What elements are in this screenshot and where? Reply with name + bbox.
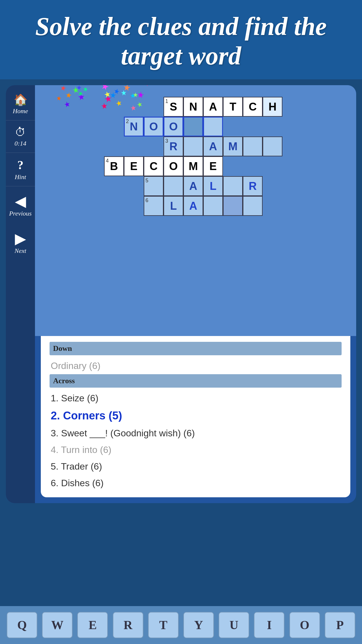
svg-marker-10 [78,94,85,100]
cell-2-4[interactable] [183,117,203,136]
cell-1-4[interactable]: T [223,97,243,117]
main-area: 1S N A T C H 2N O O 3R A [35,85,356,503]
svg-marker-6 [121,90,127,96]
next-arrow-icon: ▶ [15,230,26,247]
key-p[interactable]: P [325,612,355,638]
cell-5-1[interactable]: 5 [144,176,164,196]
clue-across-6[interactable]: 6. Dishes (6) [50,475,342,491]
clues-section: Down Ordinary (6) Across 1. Seize (6) 2.… [41,336,350,497]
cell-4-1[interactable]: 4B [104,156,124,176]
header-title: Solve the clues and find the target word [9,12,353,71]
cell-6-5[interactable] [223,196,243,216]
svg-marker-17 [57,96,61,101]
key-r[interactable]: R [113,612,143,638]
cell-2-5[interactable] [203,117,223,136]
hint-button[interactable]: ? Hint [6,153,35,186]
down-header: Down [50,342,342,355]
cell-4-2[interactable]: E [124,156,144,176]
cell-1-1[interactable]: 1S [164,97,183,117]
across-header: Across [50,374,342,388]
cell-5-6[interactable]: R [243,176,263,196]
cell-3-4[interactable]: M [223,136,243,156]
cell-4-3[interactable]: C [144,156,164,176]
cell-3-5[interactable] [243,136,263,156]
cell-3-3[interactable]: A [203,136,223,156]
cell-3-6[interactable] [263,136,282,156]
game-board: 1S N A T C H 2N O O 3R A [35,85,356,336]
svg-marker-1 [72,86,79,93]
home-label: Home [13,107,28,115]
cell-6-4[interactable] [203,196,223,216]
crossword-grid: 1S N A T C H 2N O O 3R A [102,97,289,249]
hint-label: Hint [15,173,26,181]
game-container: 🏠 Home ⏱ 0:14 ? Hint ◀ Previous ▶ Next [6,85,356,503]
home-icon: 🏠 [14,93,27,106]
cell-6-6[interactable] [243,196,263,216]
cell-1-6[interactable]: H [263,97,282,117]
timer-value: 0:14 [15,140,26,147]
previous-label: Previous [9,210,31,217]
key-e[interactable]: E [77,612,108,638]
previous-arrow-icon: ◀ [15,193,26,210]
cell-4-6[interactable]: E [203,156,223,176]
cell-5-4[interactable]: L [203,176,223,196]
sidebar: 🏠 Home ⏱ 0:14 ? Hint ◀ Previous ▶ Next [6,85,35,503]
clue-across-1[interactable]: 1. Seize (6) [50,390,342,407]
cell-2-2[interactable]: O [144,117,164,136]
next-label: Next [15,247,26,255]
clue-across-2[interactable]: 2. Corners (5) [50,407,342,425]
svg-marker-18 [64,101,70,108]
previous-button[interactable]: ◀ Previous [6,186,35,224]
key-u[interactable]: U [219,612,249,638]
svg-marker-21 [114,88,120,94]
cell-2-3[interactable]: O [164,117,183,136]
svg-marker-9 [66,92,72,98]
cell-4-4[interactable]: O [164,156,183,176]
key-i[interactable]: I [254,612,284,638]
cell-6-2[interactable]: L [164,196,183,216]
key-y[interactable]: Y [183,612,214,638]
clue-across-4[interactable]: 4. Turn into (6) [50,442,342,458]
svg-marker-11 [83,86,88,92]
next-button[interactable]: ▶ Next [6,224,35,261]
cell-6-1[interactable]: 6 [144,196,164,216]
cell-5-5[interactable] [223,176,243,196]
cell-5-2[interactable] [164,176,183,196]
cell-6-3[interactable]: A [183,196,203,216]
cell-3-2[interactable] [183,136,203,156]
cell-1-2[interactable]: N [183,97,203,117]
cell-4-5[interactable]: M [183,156,203,176]
key-q[interactable]: Q [7,612,37,638]
svg-marker-23 [133,92,138,97]
header: Solve the clues and find the target word [0,0,362,79]
svg-marker-2 [77,85,82,90]
svg-marker-7 [143,85,150,86]
key-w[interactable]: W [42,612,73,638]
cell-1-5[interactable]: C [243,97,263,117]
clock-icon: ⏱ [15,126,26,139]
svg-marker-19 [78,91,83,96]
clue-down-1[interactable]: Ordinary (6) [50,358,342,374]
svg-marker-5 [123,85,131,91]
svg-marker-0 [60,85,66,91]
cell-2-1[interactable]: 2N [124,117,144,136]
hint-icon: ? [17,158,24,172]
key-t[interactable]: T [148,612,179,638]
clue-across-5[interactable]: 5. Trader (6) [50,458,342,475]
timer-display: ⏱ 0:14 [6,120,35,153]
keyboard: Q W E R T Y U I O P [0,606,362,644]
clue-across-3[interactable]: 3. Sweet ___! (Goodnight wish) (6) [50,425,342,442]
key-o[interactable]: O [289,612,320,638]
cell-3-1[interactable]: 3R [164,136,183,156]
cell-5-3[interactable]: A [183,176,203,196]
home-button[interactable]: 🏠 Home [6,88,35,120]
cell-1-3[interactable]: A [203,97,223,117]
svg-marker-3 [101,85,110,91]
